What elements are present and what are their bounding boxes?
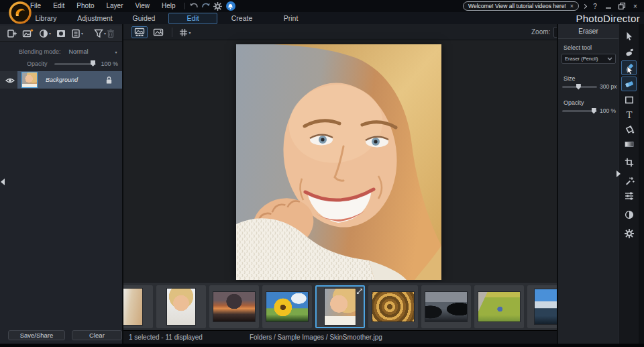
magic-wand-tool-icon[interactable] <box>624 176 635 187</box>
edited-badge-icon <box>356 287 363 295</box>
menu-edit[interactable]: Edit <box>47 0 70 12</box>
tooltip-pointer-icon <box>582 3 587 8</box>
collapse-left-panel-arrow[interactable] <box>1 179 5 185</box>
toolbar-divider <box>184 3 185 9</box>
thumb-photo-golden-spiral <box>372 291 415 322</box>
photo-canvas[interactable] <box>123 40 557 282</box>
layer-thumbnail[interactable] <box>21 72 38 88</box>
notifications-icon[interactable] <box>226 1 235 11</box>
filmstrip-thumbnail[interactable] <box>123 285 153 328</box>
blending-mode-select[interactable]: Normal <box>69 48 89 55</box>
filmstrip-thumbnail[interactable] <box>527 285 557 328</box>
thumb-photo-bicycle-meadow <box>478 291 521 322</box>
layer-mask-button[interactable] <box>55 28 67 40</box>
eraser-type-select[interactable]: Eraser (Pencil) <box>561 54 616 64</box>
edited-photo[interactable] <box>236 44 441 280</box>
eraser-opacity-slider[interactable] <box>562 110 597 112</box>
delete-layer-button[interactable] <box>105 28 117 40</box>
chevron-down-icon[interactable]: ▾ <box>115 50 117 54</box>
layer-opacity-value: 100 % <box>101 60 119 67</box>
adjustments-sliders-icon[interactable] <box>624 191 635 201</box>
thumb-photo-storm-sunset <box>213 291 256 322</box>
grid-overlay-button[interactable]: ▾ <box>176 26 195 38</box>
layer-opacity-label: Opacity <box>27 60 48 67</box>
settings-gear-icon[interactable] <box>624 228 635 239</box>
expand-right-panel-arrow[interactable] <box>616 170 621 177</box>
add-layer-button[interactable] <box>5 28 18 40</box>
single-view-button[interactable] <box>150 26 166 38</box>
undo-icon[interactable] <box>188 0 200 12</box>
tab-edit[interactable]: Edit <box>168 13 217 24</box>
filmstrip-thumbnail[interactable] <box>156 285 206 328</box>
menu-bar: File Edit Photo Layer View Help <box>24 0 182 12</box>
redo-icon[interactable] <box>200 0 212 12</box>
filmstrip-thumbnail[interactable] <box>209 285 259 328</box>
notification-close-icon[interactable]: × <box>570 3 574 9</box>
menu-photo[interactable]: Photo <box>70 0 100 12</box>
layer-visibility-eye-icon[interactable] <box>5 76 15 83</box>
filmstrip-thumbnail[interactable] <box>474 285 524 328</box>
text-tool-icon[interactable]: T <box>624 109 635 120</box>
crop-tool-icon[interactable] <box>624 157 635 168</box>
slider-thumb[interactable] <box>576 84 581 90</box>
eraser-type-value: Eraser (Pencil) <box>565 56 598 62</box>
eraser-tool-icon[interactable] <box>624 79 635 89</box>
layer-opacity-slider[interactable] <box>54 63 96 65</box>
tab-adjustment[interactable]: Adjustment <box>70 12 119 24</box>
chevron-down-icon: ▾ <box>189 30 191 35</box>
restore-button[interactable] <box>617 2 627 10</box>
gradient-tool-icon[interactable] <box>624 139 635 150</box>
rectangle-select-tool-icon[interactable] <box>624 95 635 105</box>
menu-layer[interactable]: Layer <box>101 0 129 12</box>
select-tool-label: Select tool <box>564 44 592 51</box>
save-share-button[interactable]: Save/Share <box>8 330 65 340</box>
close-button[interactable]: × <box>631 3 640 10</box>
mouse-cursor <box>627 66 635 75</box>
tone-circle-icon[interactable] <box>624 209 635 220</box>
thumb-photo-sunflower <box>266 291 309 322</box>
breadcrumb[interactable]: Folders / Sample Images / SkinSmoother.j… <box>250 334 382 341</box>
module-tab-bar: Library Adjustment Guided Edit Create Pr… <box>0 12 644 24</box>
thumb-photo-mountain-lake <box>534 289 557 325</box>
tool-column: T <box>619 24 639 344</box>
slider-thumb[interactable] <box>91 60 95 66</box>
selection-count: 1 selected - 11 displayed <box>129 334 203 341</box>
pointer-tool-icon[interactable] <box>624 31 635 42</box>
layer-list-button[interactable]: ▾ <box>70 28 85 40</box>
layer-lock-icon[interactable] <box>105 76 113 85</box>
fill-bucket-tool-icon[interactable] <box>624 124 635 135</box>
layer-row-background[interactable]: Background <box>0 71 122 89</box>
size-slider[interactable] <box>562 86 597 88</box>
photodirector-logo <box>9 1 32 23</box>
filmstrip-thumbnail[interactable] <box>421 285 471 328</box>
add-photo-layer-button[interactable] <box>21 28 35 40</box>
titlebar-right-cluster: Welcome! View all tutorial videos here! … <box>463 0 640 12</box>
filmstrip-thumbnail[interactable] <box>262 285 312 328</box>
preferences-gear-icon[interactable] <box>212 0 224 12</box>
thumb-photo-dark-seascape <box>425 291 468 322</box>
filmstrip <box>123 282 557 330</box>
slider-thumb[interactable] <box>592 108 596 114</box>
help-button[interactable]: ? <box>590 3 600 10</box>
tab-create[interactable]: Create <box>217 12 266 24</box>
menu-view[interactable]: View <box>129 0 156 12</box>
size-value: 300 px <box>600 83 617 90</box>
adjustment-layer-button[interactable]: ▾ <box>38 28 52 40</box>
filmstrip-view-button[interactable] <box>131 26 148 38</box>
filmstrip-thumbnail-selected[interactable] <box>315 285 365 328</box>
chevron-down-icon: ▾ <box>81 31 83 36</box>
tab-print[interactable]: Print <box>266 12 315 24</box>
tutorial-notification-text: Welcome! View all tutorial videos here! <box>468 3 566 9</box>
photodirector-window: File Edit Photo Layer View Help Welcome!… <box>0 0 644 347</box>
window-edge <box>639 24 644 344</box>
clear-button[interactable]: Clear <box>72 330 122 340</box>
tab-guided[interactable]: Guided <box>119 12 168 24</box>
minimize-button[interactable] <box>604 2 613 10</box>
blending-mode-label: Blending mode: <box>19 48 61 55</box>
tutorial-notification-pill[interactable]: Welcome! View all tutorial videos here! … <box>463 1 579 11</box>
workspace: ▾ Zoom: Fit <box>123 24 557 344</box>
adjustment-brush-tool-icon[interactable] <box>624 47 635 58</box>
menu-help[interactable]: Help <box>156 0 182 12</box>
filmstrip-thumbnail[interactable] <box>368 285 418 328</box>
title-bar: File Edit Photo Layer View Help Welcome!… <box>0 0 644 12</box>
